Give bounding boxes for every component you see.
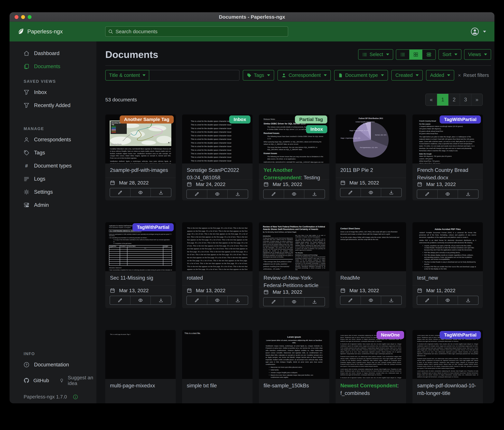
created-filter-button[interactable]: Created xyxy=(391,70,423,81)
download-button[interactable] xyxy=(458,190,478,198)
edit-button[interactable] xyxy=(264,298,284,306)
tag-badge[interactable]: TagWithPartial xyxy=(133,223,174,231)
tag-badge[interactable]: TagWithPartial xyxy=(440,331,481,339)
title-content-filter-button[interactable]: Title & content xyxy=(105,70,149,81)
edit-button[interactable] xyxy=(340,188,361,197)
global-search[interactable] xyxy=(105,27,288,37)
document-thumbnail[interactable]: Lorem ipsumLorem ipsum dolor sit amet, c… xyxy=(259,330,329,379)
tag-badge[interactable]: Inbox xyxy=(229,115,251,123)
document-title-link[interactable]: Newest Correspondent: f_combineds xyxy=(340,382,401,397)
tag-badge[interactable]: Inbox xyxy=(306,125,327,133)
view-button[interactable] xyxy=(437,190,458,198)
document-title-link[interactable]: ReadMe xyxy=(340,274,401,282)
document-title-link[interactable]: 2011 BP Pie 2 xyxy=(340,167,401,174)
document-title-link[interactable]: Sec 11-Missing sig xyxy=(110,274,171,282)
document-thumbnail[interactable]: Adobe Acrobat PDF FilesAdobe® Portable D… xyxy=(413,222,483,271)
document-title-link[interactable]: file-sample_150kBs xyxy=(264,382,324,390)
edit-button[interactable] xyxy=(417,296,437,304)
document-title-link[interactable]: rotated xyxy=(187,274,248,282)
list-view-button[interactable] xyxy=(396,50,409,59)
edit-button[interactable] xyxy=(340,296,361,304)
filter-query-input[interactable] xyxy=(149,70,239,81)
sidebar-item-correspondents[interactable]: Correspondents xyxy=(9,133,96,146)
tag-badge[interactable]: TagWithPartial xyxy=(440,115,481,123)
views-button[interactable]: Views xyxy=(464,49,491,60)
sidebar-item-recently-added[interactable]: Recently Added xyxy=(9,99,96,112)
pagination-next-button[interactable]: » xyxy=(471,94,483,106)
document-thumbnail[interactable]: Review of New York Federal Petitions for… xyxy=(259,222,329,271)
document-thumbnail[interactable]: This is a multi page document. Page 1. xyxy=(105,330,176,379)
pagination-prev-button[interactable]: « xyxy=(425,94,437,106)
view-button[interactable] xyxy=(284,190,304,198)
view-button[interactable] xyxy=(361,296,381,304)
tag-badge[interactable]: NewOne xyxy=(377,331,404,339)
view-button[interactable] xyxy=(361,188,381,197)
sidebar-item-dashboard[interactable]: Dashboard xyxy=(9,47,96,60)
document-title-link[interactable]: sample-pdf-download-10-mb-longer-title xyxy=(417,382,478,397)
download-button[interactable] xyxy=(381,188,401,197)
edit-button[interactable] xyxy=(187,296,207,304)
user-menu[interactable] xyxy=(471,27,495,36)
view-button[interactable] xyxy=(437,296,458,304)
document-type-filter-button[interactable]: Document type xyxy=(334,70,388,81)
pagination-page-button[interactable]: 3 xyxy=(460,94,471,106)
edit-button[interactable] xyxy=(187,190,207,198)
view-button[interactable] xyxy=(284,298,304,306)
view-button[interactable] xyxy=(207,190,227,198)
suggest-idea-link[interactable]: Suggest an idea xyxy=(60,375,96,386)
download-button[interactable] xyxy=(381,296,401,304)
reset-filters-button[interactable]: Reset filters xyxy=(458,70,489,81)
minimize-window-button[interactable] xyxy=(21,15,25,19)
download-button[interactable] xyxy=(227,190,248,198)
document-thumbnail[interactable]: This is a test file. xyxy=(182,330,252,379)
download-button[interactable] xyxy=(304,298,324,306)
correspondent-link[interactable]: Newest Correspondent xyxy=(340,383,397,389)
added-filter-button[interactable]: Added xyxy=(426,70,454,81)
document-title-link[interactable]: simple txt file xyxy=(187,382,248,390)
sidebar-item-documentation[interactable]: ? Documentation xyxy=(9,358,96,371)
download-button[interactable] xyxy=(151,296,171,304)
info-circle-icon[interactable] xyxy=(73,394,78,400)
select-button[interactable]: Select xyxy=(358,49,393,60)
document-thumbnail[interactable]: Patient BP Distribution 2011Normal, 158,… xyxy=(336,114,406,163)
traffic-lights xyxy=(15,15,32,19)
download-button[interactable] xyxy=(227,296,248,304)
search-input[interactable] xyxy=(116,29,285,34)
document-title-link[interactable]: test_new xyxy=(417,274,478,282)
edit-button[interactable] xyxy=(110,188,130,197)
sidebar-item-document-types[interactable]: # Document types xyxy=(9,159,96,172)
document-thumbnail[interactable]: This is the text that appears on the fir… xyxy=(182,222,252,271)
github-link[interactable]: GitHub xyxy=(24,378,49,383)
correspondent-filter-button[interactable]: Correspondent xyxy=(278,70,331,81)
document-title-link[interactable]: multi-page-mixedxx xyxy=(110,382,171,390)
sidebar-item-inbox[interactable]: Inbox xyxy=(9,86,96,99)
document-thumbnail[interactable]: Contact Sheet DemoGiven a set of image f… xyxy=(336,222,406,271)
pagination-page-button[interactable]: 1 xyxy=(437,94,448,106)
sidebar-item-settings[interactable]: Settings xyxy=(9,186,96,198)
grid-view-button[interactable] xyxy=(409,50,422,59)
edit-button[interactable] xyxy=(417,190,437,198)
sidebar-item-logs[interactable]: Logs xyxy=(9,172,96,186)
sidebar-item-tags[interactable]: Tags xyxy=(9,146,96,159)
sort-button[interactable]: Sort xyxy=(438,49,461,60)
tag-badge[interactable]: Another Sample Tag xyxy=(120,115,174,123)
zoom-window-button[interactable] xyxy=(28,15,32,19)
view-button[interactable] xyxy=(130,296,151,304)
document-title-link[interactable]: 2sample-pdf-with-images xyxy=(110,167,171,174)
tag-badge[interactable]: Partial Tag xyxy=(295,115,327,123)
sidebar-item-documents[interactable]: Documents xyxy=(9,60,96,73)
download-button[interactable] xyxy=(304,190,324,198)
tags-filter-button[interactable]: Tags xyxy=(243,70,274,81)
download-button[interactable] xyxy=(151,188,171,197)
download-button[interactable] xyxy=(458,296,478,304)
edit-button[interactable] xyxy=(110,296,130,304)
app-brand[interactable]: Paperless-ngx xyxy=(9,28,63,35)
detail-view-button[interactable] xyxy=(422,50,435,59)
sidebar-item-admin[interactable]: Admin xyxy=(9,198,96,212)
edit-button[interactable] xyxy=(264,190,284,198)
view-button[interactable] xyxy=(130,188,151,197)
correspondent-link[interactable]: Yet Another Correspondent xyxy=(264,167,301,181)
pagination-page-button[interactable]: 2 xyxy=(448,94,460,106)
close-window-button[interactable] xyxy=(15,15,18,19)
view-button[interactable] xyxy=(207,296,227,304)
